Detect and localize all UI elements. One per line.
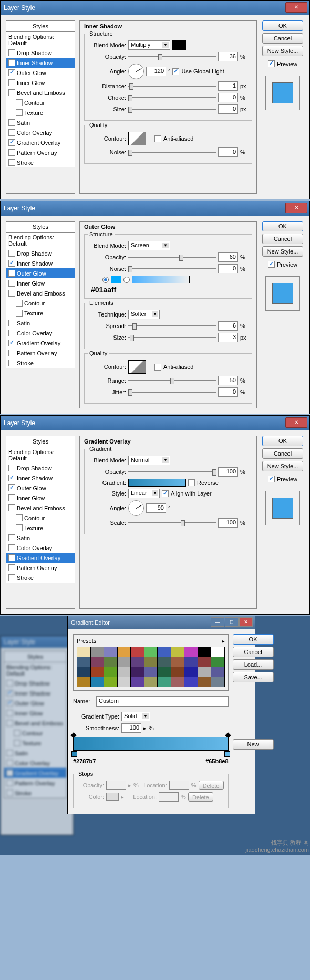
style-gradient-overlay[interactable]: Gradient Overlay — [6, 138, 75, 147]
preset-swatch[interactable] — [211, 667, 224, 677]
style-stroke[interactable]: Stroke — [6, 573, 75, 583]
cancel-button[interactable]: Cancel — [262, 33, 303, 44]
smoothness-field[interactable]: 100 — [121, 723, 141, 733]
range-field[interactable]: 50 — [218, 376, 238, 385]
size-slider[interactable] — [128, 333, 216, 342]
checkbox[interactable] — [8, 129, 15, 136]
angle-field[interactable]: 120 — [146, 67, 166, 76]
gradient-picker[interactable] — [128, 479, 186, 487]
preset-swatch[interactable] — [211, 657, 224, 667]
ok-button[interactable]: OK — [233, 634, 274, 645]
close-icon[interactable]: ✕ — [239, 617, 253, 627]
choke-field[interactable]: 0 — [218, 93, 238, 102]
style-inner-shadow[interactable]: Inner Shadow — [6, 473, 75, 483]
noise-slider[interactable] — [128, 265, 216, 273]
preset-swatch[interactable] — [158, 647, 171, 657]
preset-swatch[interactable] — [144, 647, 158, 657]
new-style-button[interactable]: New Style... — [262, 461, 303, 471]
close-icon[interactable]: ✕ — [285, 203, 307, 213]
blending-options-item[interactable]: Blending Options: Default — [6, 32, 75, 48]
opacity-field[interactable]: 36 — [218, 52, 238, 61]
preset-swatch[interactable] — [158, 667, 171, 677]
blend-mode-dropdown[interactable]: Multiply — [128, 40, 170, 50]
chevron-down-icon[interactable]: ▸ — [143, 725, 147, 732]
gradient-name-field[interactable]: Custom — [96, 696, 229, 707]
style-stroke[interactable]: Stroke — [6, 157, 75, 167]
style-pattern-overlay[interactable]: Pattern Overlay — [6, 147, 75, 157]
style-satin[interactable]: Satin — [6, 318, 75, 328]
preset-swatch[interactable] — [144, 657, 158, 667]
style-texture[interactable]: Texture — [6, 523, 75, 533]
close-icon[interactable]: ✕ — [285, 417, 307, 428]
style-inner-glow[interactable]: Inner Glow — [6, 493, 75, 503]
angle-dial[interactable] — [128, 500, 144, 516]
style-gradient-overlay[interactable]: Gradient Overlay — [6, 553, 75, 563]
noise-field[interactable]: 0 — [218, 147, 238, 157]
preset-swatch[interactable] — [118, 647, 131, 657]
spread-slider[interactable] — [128, 322, 216, 330]
checkbox[interactable] — [8, 69, 15, 76]
preset-swatch[interactable] — [184, 647, 198, 657]
blending-options-item[interactable]: Blending Options: Default — [6, 233, 75, 248]
preset-swatch[interactable] — [184, 677, 198, 687]
style-gradient-overlay[interactable]: Gradient Overlay — [6, 338, 75, 348]
preview-checkbox[interactable] — [268, 60, 275, 67]
style-drop-shadow[interactable]: Drop Shadow — [6, 248, 75, 258]
opacity-field[interactable]: 60 — [218, 252, 238, 262]
new-style-button[interactable]: New Style... — [262, 46, 303, 56]
preset-swatch[interactable] — [171, 677, 184, 687]
style-inner-glow[interactable]: Inner Glow — [6, 278, 75, 288]
noise-slider[interactable] — [128, 148, 216, 156]
maximize-icon[interactable]: □ — [225, 617, 239, 627]
preset-swatch[interactable] — [198, 677, 211, 687]
titlebar[interactable]: Gradient Editor — □ ✕ — [68, 616, 255, 629]
checkbox[interactable] — [8, 159, 15, 166]
preset-swatch[interactable] — [118, 657, 131, 667]
glow-color-swatch[interactable] — [111, 276, 121, 283]
color-swatch[interactable] — [172, 40, 186, 50]
checkbox[interactable] — [8, 49, 15, 56]
style-dropdown[interactable]: Linear — [128, 489, 160, 498]
style-outer-glow[interactable]: Outer Glow — [6, 268, 75, 278]
checkbox[interactable] — [8, 59, 15, 66]
preset-swatch[interactable] — [158, 657, 171, 667]
preset-swatch[interactable] — [104, 677, 117, 687]
style-contour[interactable]: Contour — [6, 98, 75, 108]
style-inner-shadow[interactable]: Inner Shadow — [6, 58, 75, 68]
jitter-slider[interactable] — [128, 388, 216, 396]
style-color-overlay[interactable]: Color Overlay — [6, 328, 75, 338]
style-texture[interactable]: Texture — [6, 308, 75, 318]
preset-swatch[interactable] — [131, 677, 144, 687]
size-field[interactable]: 3 — [218, 333, 238, 342]
angle-field[interactable]: 90 — [146, 503, 166, 513]
scale-field[interactable]: 100 — [218, 518, 238, 528]
color-radio[interactable] — [102, 277, 109, 283]
scale-slider[interactable] — [128, 519, 216, 527]
antialiased-checkbox[interactable] — [154, 135, 161, 142]
titlebar[interactable]: Layer Style ✕ — [1, 201, 309, 216]
contour-picker[interactable] — [128, 132, 146, 145]
preset-swatch[interactable] — [198, 647, 211, 657]
preset-swatch[interactable] — [198, 657, 211, 667]
preset-swatch[interactable] — [104, 667, 117, 677]
preset-swatch[interactable] — [104, 647, 117, 657]
style-color-overlay[interactable]: Color Overlay — [6, 543, 75, 553]
distance-slider[interactable] — [128, 82, 216, 90]
style-contour[interactable]: Contour — [6, 513, 75, 523]
preset-swatch[interactable] — [131, 667, 144, 677]
style-stroke[interactable]: Stroke — [6, 358, 75, 368]
checkbox[interactable] — [8, 139, 15, 146]
style-color-overlay[interactable]: Color Overlay — [6, 128, 75, 138]
blend-mode-dropdown[interactable]: Screen — [128, 241, 170, 250]
cancel-button[interactable]: Cancel — [262, 234, 303, 244]
style-inner-glow[interactable]: Inner Glow — [6, 78, 75, 88]
range-slider[interactable] — [128, 376, 216, 385]
preset-swatch[interactable] — [77, 667, 90, 677]
cancel-button[interactable]: Cancel — [233, 647, 274, 657]
presets-menu-icon[interactable]: ▸ — [222, 638, 225, 645]
preset-swatch[interactable] — [184, 667, 198, 677]
preview-checkbox[interactable] — [268, 476, 275, 482]
preset-swatch[interactable] — [91, 667, 104, 677]
align-checkbox[interactable] — [162, 490, 169, 497]
opacity-slider[interactable] — [128, 52, 216, 61]
